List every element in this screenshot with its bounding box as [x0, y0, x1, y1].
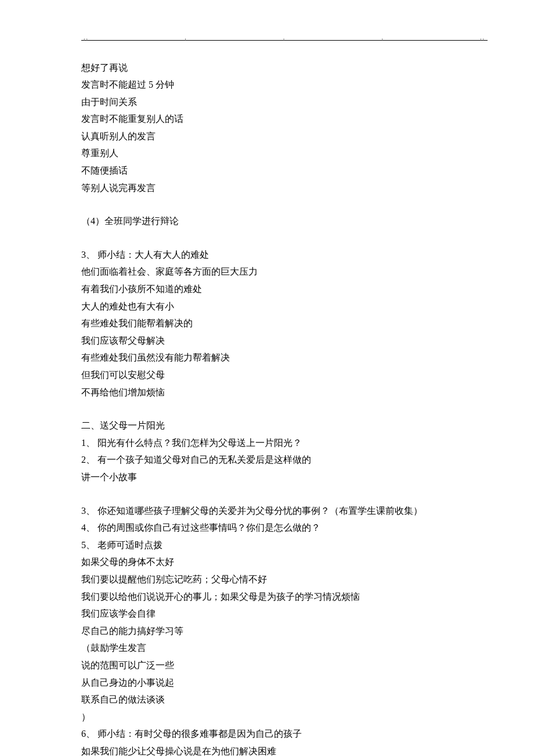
body-line: 5、 老师可适时点拨 [81, 537, 488, 554]
dot-group: . [381, 33, 384, 44]
body-line: 想好了再说 [81, 59, 488, 77]
body-line: 尽自己的能力搞好学习等 [81, 622, 488, 640]
paragraph-block-1: 想好了再说 发言时不能超过 5 分钟 由于时间关系 发言时不能重复别人的话 认真… [81, 59, 488, 197]
body-line: 有些难处我们能帮着解决的 [81, 315, 488, 332]
body-line: 有些难处我们虽然没有能力帮着解决 [81, 349, 488, 366]
paragraph-block-3: 3、 师小结：大人有大人的难处 他们面临着社会、家庭等各方面的巨大压力 有着我们… [81, 246, 488, 401]
body-line: 发言时不能超过 5 分钟 [81, 76, 488, 93]
dot-group: .. [84, 33, 89, 44]
body-line: 讲一个小故事 [81, 469, 488, 486]
body-line: 尊重别人 [81, 145, 488, 162]
body-line: 等别人说完再发言 [81, 179, 488, 197]
body-line: 但我们可以安慰父母 [81, 366, 488, 384]
body-line: （鼓励学生发言 [81, 639, 488, 657]
dot-group: .. [480, 33, 485, 44]
body-line: 由于时间关系 [81, 93, 488, 111]
body-line: 我们应该学会自律 [81, 605, 488, 622]
body-line: 二、送父母一片阳光 [81, 417, 488, 434]
body-line: 从自己身边的小事说起 [81, 674, 488, 692]
body-line: 不再给他们增加烦恼 [81, 384, 488, 401]
body-line: （4）全班同学进行辩论 [81, 213, 488, 230]
body-line: 发言时不能重复别人的话 [81, 110, 488, 128]
body-line: 我们要以提醒他们别忘记吃药；父母心情不好 [81, 571, 488, 588]
body-line: 有着我们小孩所不知道的难处 [81, 280, 488, 298]
body-line: 6、 师小结：有时父母的很多难事都是因为自己的孩子 [81, 725, 488, 743]
body-line: 4、 你的周围或你自己有过这些事情吗？你们是怎么做的？ [81, 519, 488, 537]
dot-group: . [185, 33, 187, 44]
dot-group: . [283, 33, 286, 44]
body-line: 3、 你还知道哪些孩子理解父母的关爱并为父母分忧的事例？（布置学生课前收集） [81, 502, 488, 520]
body-line: ） [81, 708, 488, 726]
header-dots: .. . . . .. [81, 33, 488, 44]
body-line: 如果我们能少让父母操心说是在为他们解决困难 [81, 743, 488, 756]
body-line: 1、 阳光有什么特点？我们怎样为父母送上一片阳光？ [81, 434, 488, 452]
paragraph-block-5: 3、 你还知道哪些孩子理解父母的关爱并为父母分忧的事例？（布置学生课前收集） 4… [81, 502, 488, 756]
body-line: 我们应该帮父母解决 [81, 332, 488, 350]
body-line: 不随便插话 [81, 162, 488, 179]
paragraph-block-4: 二、送父母一片阳光 1、 阳光有什么特点？我们怎样为父母送上一片阳光？ 2、 有… [81, 417, 488, 485]
body-line: 认真听别人的发言 [81, 128, 488, 145]
body-line: 我们要以给他们说说开心的事儿；如果父母是为孩子的学习情况烦恼 [81, 588, 488, 606]
body-line: 3、 师小结：大人有大人的难处 [81, 246, 488, 264]
body-line: 大人的难处也有大有小 [81, 298, 488, 315]
body-line: 他们面临着社会、家庭等各方面的巨大压力 [81, 263, 488, 280]
body-line: 2、 有一个孩子知道父母对自己的无私关爱后是这样做的 [81, 451, 488, 469]
body-line: 联系自己的做法谈谈 [81, 691, 488, 708]
body-line: 如果父母的身体不太好 [81, 553, 488, 571]
paragraph-block-2: （4）全班同学进行辩论 [81, 213, 488, 230]
body-line: 说的范围可以广泛一些 [81, 657, 488, 674]
